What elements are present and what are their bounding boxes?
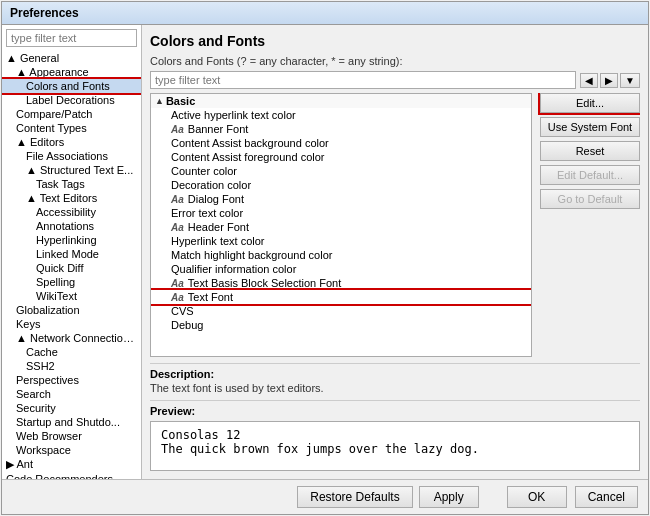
left-panel: ▲ General▲ AppearanceColors and FontsLab… [2, 25, 142, 479]
list-item[interactable]: AaHeader Font [151, 220, 531, 234]
tree-item-security[interactable]: Security [2, 401, 141, 415]
tree-item-accessibility[interactable]: Accessibility [2, 205, 141, 219]
colors-filter-input[interactable] [150, 71, 576, 89]
tree-item-quick-diff[interactable]: Quick Diff [2, 261, 141, 275]
tree-item-text-editors[interactable]: ▲ Text Editors [2, 191, 141, 205]
tree-item-web-browser[interactable]: Web Browser [2, 429, 141, 443]
tree-item-colors-fonts[interactable]: Colors and Fonts [2, 79, 141, 93]
tree-item-structured-text[interactable]: ▲ Structured Text E... [2, 163, 141, 177]
preview-label: Preview: [150, 405, 640, 417]
edit-btn[interactable]: Edit... [540, 93, 640, 113]
tree-item-compare-patch[interactable]: Compare/Patch [2, 107, 141, 121]
font-prefix-icon: Aa [171, 194, 184, 205]
list-item[interactable]: Content Assist background color [151, 136, 531, 150]
list-item[interactable]: AaText Font [151, 290, 531, 304]
list-item-label: Text Basis Block Selection Font [188, 277, 341, 289]
list-item-label: Debug [171, 319, 203, 331]
tree-item-code-rec[interactable]: Code Recommenders [2, 472, 141, 479]
apply-button[interactable]: Apply [419, 486, 479, 508]
list-item-label: Counter color [171, 165, 237, 177]
section-subtitle: Colors and Fonts (? = any character, * =… [150, 55, 640, 67]
use-system-font-btn[interactable]: Use System Font [540, 117, 640, 137]
section-title: Colors and Fonts [150, 33, 640, 49]
tree-item-ant[interactable]: ▶ Ant [2, 457, 141, 472]
footer-left: Restore Defaults Apply [12, 486, 479, 508]
dialog-footer: Restore Defaults Apply OK Cancel [2, 479, 648, 514]
preview-box: Consolas 12 The quick brown fox jumps ov… [150, 421, 640, 471]
list-item[interactable]: AaDialog Font [151, 192, 531, 206]
list-item[interactable]: Match highlight background color [151, 248, 531, 262]
list-item-label: Content Assist foreground color [171, 151, 324, 163]
list-item-label: Text Font [188, 291, 233, 303]
list-item[interactable]: Counter color [151, 164, 531, 178]
tree-item-cache[interactable]: Cache [2, 345, 141, 359]
left-filter-input[interactable] [6, 29, 137, 47]
buttons-col: Edit...Use System FontResetEdit Default.… [540, 93, 640, 357]
list-item-label: Error text color [171, 207, 243, 219]
list-item-label: Decoration color [171, 179, 251, 191]
list-item-label: Qualifier information color [171, 263, 296, 275]
description-label: Description: [150, 368, 640, 380]
list-item[interactable]: Decoration color [151, 178, 531, 192]
reset-btn[interactable]: Reset [540, 141, 640, 161]
edit-default-btn: Edit Default... [540, 165, 640, 185]
tree-item-label-dec[interactable]: Label Decorations [2, 93, 141, 107]
tree-item-network[interactable]: ▲ Network Connection... [2, 331, 141, 345]
cancel-button[interactable]: Cancel [575, 486, 638, 508]
list-item-label: CVS [171, 305, 194, 317]
group-triangle: ▲ [155, 96, 164, 106]
preview-font-name: Consolas 12 [161, 428, 629, 442]
tree-item-spelling[interactable]: Spelling [2, 275, 141, 289]
list-group-basic[interactable]: ▲ Basic [151, 94, 531, 108]
tree-item-appearance[interactable]: ▲ Appearance [2, 65, 141, 79]
tree-item-general[interactable]: ▲ General [2, 51, 141, 65]
colors-list-area: ▲ BasicActive hyperlink text colorAaBann… [150, 93, 640, 357]
tree-item-file-assoc[interactable]: File Associations [2, 149, 141, 163]
tree-item-startup[interactable]: Startup and Shutdo... [2, 415, 141, 429]
nav-buttons: ◀ ▶ ▼ [580, 73, 640, 88]
font-prefix-icon: Aa [171, 222, 184, 233]
list-item-label: Match highlight background color [171, 249, 332, 261]
ok-button[interactable]: OK [507, 486, 567, 508]
list-item[interactable]: Hyperlink text color [151, 234, 531, 248]
list-item[interactable]: Content Assist foreground color [151, 150, 531, 164]
list-item[interactable]: Qualifier information color [151, 262, 531, 276]
group-label: Basic [166, 95, 195, 107]
list-item[interactable]: Error text color [151, 206, 531, 220]
list-item[interactable]: AaText Basis Block Selection Font [151, 276, 531, 290]
go-to-default-btn: Go to Default [540, 189, 640, 209]
list-item-label: Header Font [188, 221, 249, 233]
nav-next-btn[interactable]: ▶ [600, 73, 618, 88]
tree-item-task-tags[interactable]: Task Tags [2, 177, 141, 191]
colors-list[interactable]: ▲ BasicActive hyperlink text colorAaBann… [150, 93, 532, 357]
tree-item-ssh2[interactable]: SSH2 [2, 359, 141, 373]
dialog-title: Preferences [10, 6, 79, 20]
list-item-label: Content Assist background color [171, 137, 329, 149]
tree-item-linked-mode[interactable]: Linked Mode [2, 247, 141, 261]
nav-prev-btn[interactable]: ◀ [580, 73, 598, 88]
dialog-body: ▲ General▲ AppearanceColors and FontsLab… [2, 25, 648, 479]
nav-down-btn[interactable]: ▼ [620, 73, 640, 88]
list-item[interactable]: Debug [151, 318, 531, 332]
tree-item-content-types[interactable]: Content Types [2, 121, 141, 135]
tree-item-search[interactable]: Search [2, 387, 141, 401]
tree-item-perspectives[interactable]: Perspectives [2, 373, 141, 387]
font-prefix-icon: Aa [171, 124, 184, 135]
font-prefix-icon: Aa [171, 278, 184, 289]
list-item[interactable]: AaBanner Font [151, 122, 531, 136]
tree-item-wikitext[interactable]: WikiText [2, 289, 141, 303]
list-item-label: Active hyperlink text color [171, 109, 296, 121]
filter-row: ◀ ▶ ▼ [150, 71, 640, 89]
restore-defaults-button[interactable]: Restore Defaults [297, 486, 412, 508]
preview-text: The quick brown fox jumps over the lazy … [161, 442, 629, 456]
list-item-label: Banner Font [188, 123, 249, 135]
tree-item-hyperlinking[interactable]: Hyperlinking [2, 233, 141, 247]
tree-item-keys[interactable]: Keys [2, 317, 141, 331]
list-item[interactable]: Active hyperlink text color [151, 108, 531, 122]
tree-item-annotations[interactable]: Annotations [2, 219, 141, 233]
tree-item-globalization[interactable]: Globalization [2, 303, 141, 317]
tree-item-workspace[interactable]: Workspace [2, 443, 141, 457]
tree: ▲ General▲ AppearanceColors and FontsLab… [2, 51, 141, 479]
tree-item-editors[interactable]: ▲ Editors [2, 135, 141, 149]
list-item[interactable]: CVS [151, 304, 531, 318]
